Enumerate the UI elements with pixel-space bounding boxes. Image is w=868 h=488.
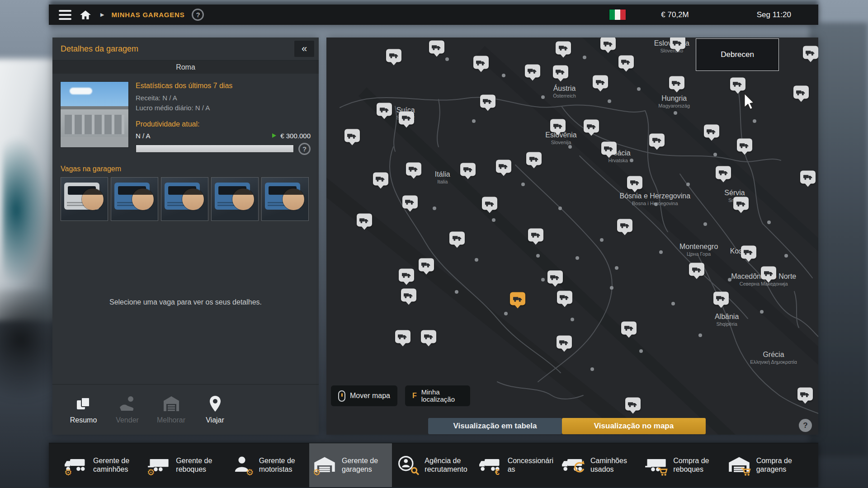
garage-marker[interactable] xyxy=(402,195,418,208)
garage-marker[interactable] xyxy=(741,245,756,258)
my-location-control[interactable]: F Minha localização xyxy=(405,385,470,406)
garage-marker[interactable] xyxy=(617,219,632,232)
home-icon[interactable] xyxy=(80,9,91,20)
productivity-target: € 300.000 xyxy=(280,132,311,140)
garage-marker[interactable] xyxy=(401,289,416,302)
garage-marker[interactable] xyxy=(386,49,401,62)
garage-marker[interactable] xyxy=(704,125,719,138)
garage-marker[interactable] xyxy=(399,268,414,282)
garage-marker[interactable] xyxy=(669,76,684,89)
garage-marker[interactable] xyxy=(429,41,444,54)
garage-marker[interactable] xyxy=(737,139,752,152)
tr-gear-icon: ⚙ xyxy=(147,455,170,476)
garage-marker[interactable] xyxy=(496,160,511,173)
garage-marker[interactable] xyxy=(377,103,392,116)
garage-marker[interactable] xyxy=(600,38,616,50)
garage-marker[interactable] xyxy=(625,398,641,411)
garage-name: Roma xyxy=(52,60,319,74)
garage-marker[interactable] xyxy=(584,120,599,133)
tab-compra-de-reboques[interactable]: Compra de reboques xyxy=(641,443,723,487)
tab-caminhoes-usados[interactable]: Caminhões usados xyxy=(558,443,641,487)
tab-agencia-de-recrutamento[interactable]: Agência de recrutamento xyxy=(392,443,475,487)
garage-marker[interactable] xyxy=(550,119,566,132)
collapse-panel-icon[interactable]: « xyxy=(294,41,314,57)
garage-marker[interactable] xyxy=(399,111,414,124)
garage-marker[interactable] xyxy=(716,166,731,179)
garage-slot-3[interactable] xyxy=(161,177,208,221)
garage-marker[interactable] xyxy=(419,258,434,271)
garage-marker[interactable] xyxy=(449,231,465,244)
tab-label: Gerente de reboques xyxy=(176,457,222,474)
tab-concessionarias[interactable]: €Concessionárias xyxy=(475,443,558,487)
table-view-button[interactable]: Visualização em tabela xyxy=(428,418,562,434)
tab-compra-de-garagens[interactable]: Compra de garagens xyxy=(724,443,807,487)
garage-marker[interactable] xyxy=(803,46,818,59)
map-tooltip: Debrecen xyxy=(696,38,779,71)
garage-marker[interactable] xyxy=(649,133,665,146)
top-bar: ▶ MINHAS GARAGENS ? € 70,2M Seg 11:20 xyxy=(49,5,818,25)
garage-marker[interactable] xyxy=(557,336,572,349)
garage-marker[interactable] xyxy=(357,214,372,227)
garage-marker[interactable] xyxy=(556,41,571,54)
g-gear-icon: ⚙ xyxy=(313,455,336,476)
garage-marker[interactable] xyxy=(480,94,495,108)
garage-marker[interactable] xyxy=(528,228,543,241)
tab-gerente-de-caminhoes[interactable]: ⚙Gerente de caminhões xyxy=(61,443,143,487)
garage-marker[interactable] xyxy=(593,75,608,89)
map-help-icon[interactable]: ? xyxy=(799,419,812,432)
garage-marker[interactable] xyxy=(421,330,436,343)
garage-slot-1[interactable] xyxy=(61,177,108,221)
garage-marker[interactable] xyxy=(553,65,568,78)
garage-marker[interactable] xyxy=(547,271,563,284)
garage-marker[interactable] xyxy=(460,163,476,176)
garage-marker[interactable] xyxy=(800,170,816,183)
move-map-label: Mover mapa xyxy=(350,392,390,400)
tab-gerente-de-garagens[interactable]: ⚙Gerente de garagens xyxy=(309,443,392,487)
garage-slot-2[interactable] xyxy=(111,177,158,221)
action-label: Melhorar xyxy=(157,416,185,424)
garage-marker[interactable] xyxy=(344,129,360,142)
background-truck-stripe xyxy=(3,136,48,285)
map-view[interactable]: EslováquiaSlovenskoÁustriaÖsterreichSuíç… xyxy=(326,38,818,435)
map-view-button[interactable]: Visualização no mapa xyxy=(562,418,706,434)
garage-marker[interactable] xyxy=(621,321,637,334)
garage-marker[interactable] xyxy=(761,267,776,280)
breadcrumb-help-icon[interactable]: ? xyxy=(192,9,204,21)
menu-icon[interactable] xyxy=(58,8,72,22)
p-gear-icon: ⚙ xyxy=(230,455,254,476)
productivity-progress-bar xyxy=(136,145,294,153)
garage-marker[interactable] xyxy=(373,172,388,185)
tab-gerente-de-motoristas[interactable]: ⚙Gerente de motoristas xyxy=(226,443,309,487)
garage-marker[interactable] xyxy=(557,291,572,304)
garage-marker[interactable] xyxy=(406,162,421,175)
tab-label: Compra de garagens xyxy=(756,457,803,474)
garage-marker[interactable] xyxy=(713,291,729,305)
garage-marker[interactable] xyxy=(797,388,813,401)
garage-marker[interactable] xyxy=(689,263,704,276)
country-flag-italy xyxy=(609,9,626,20)
garage-marker[interactable] xyxy=(601,142,617,155)
productivity-help-icon[interactable]: ? xyxy=(298,143,311,155)
garage-marker[interactable] xyxy=(627,176,642,189)
garage-marker[interactable] xyxy=(730,77,745,90)
garage-marker-active[interactable] xyxy=(510,292,525,305)
slot-driver-avatar xyxy=(232,188,254,210)
garage-marker[interactable] xyxy=(618,55,634,68)
garage-marker[interactable] xyxy=(733,197,749,210)
stat-revenue: Receita: N / A xyxy=(136,93,311,103)
garage-slot-4[interactable] xyxy=(211,177,259,221)
garage-marker[interactable] xyxy=(793,86,809,99)
melhorar-icon xyxy=(162,395,181,413)
garage-marker[interactable] xyxy=(525,64,540,77)
garage-marker[interactable] xyxy=(670,38,685,49)
garage-slot-5[interactable] xyxy=(261,177,309,221)
garage-marker[interactable] xyxy=(526,152,542,165)
garage-marker[interactable] xyxy=(473,56,489,69)
garage-marker[interactable] xyxy=(395,330,410,343)
slot-driver-avatar xyxy=(283,188,304,210)
action-resumo[interactable]: Resumo xyxy=(61,395,105,424)
tab-gerente-de-reboques[interactable]: ⚙Gerente de reboques xyxy=(143,443,226,487)
action-viajar[interactable]: Viajar xyxy=(193,395,237,424)
garage-marker[interactable] xyxy=(482,197,497,210)
move-map-control[interactable]: Mover mapa xyxy=(331,385,397,406)
